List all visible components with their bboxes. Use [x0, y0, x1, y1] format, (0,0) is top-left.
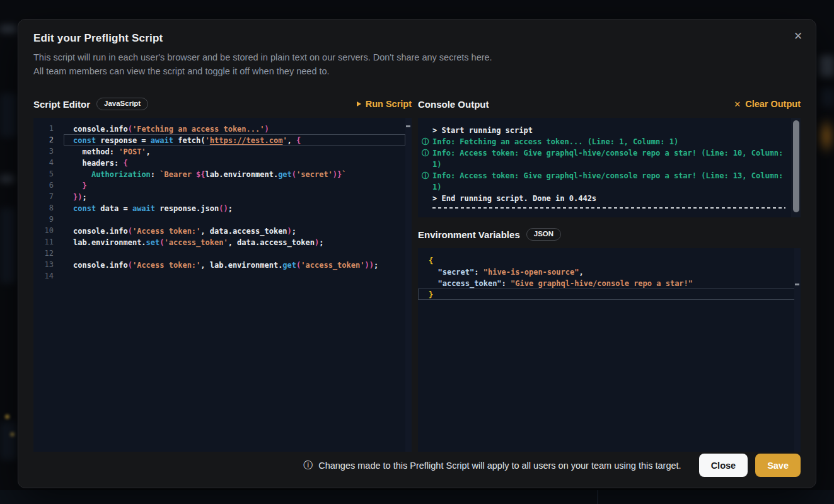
- line-number: 1: [33, 123, 64, 134]
- code-line[interactable]: 4 headers: {: [33, 157, 412, 168]
- code-line-text: console.info('Fetching an access token..…: [64, 123, 405, 134]
- line-number: 10: [33, 225, 64, 236]
- line-number: 3: [33, 146, 64, 157]
- javascript-badge: JavaScript: [96, 98, 148, 111]
- code-line[interactable]: 5 Authorization: `Bearer ${lab.environme…: [33, 168, 412, 180]
- code-line[interactable]: 1console.info('Fetching an access token.…: [33, 123, 412, 134]
- code-line[interactable]: 6 }: [33, 180, 412, 191]
- line-number: 12: [33, 248, 64, 259]
- close-icon[interactable]: ✕: [789, 27, 807, 45]
- backdrop-blur-dot-1: [5, 415, 9, 419]
- code-line[interactable]: 9: [33, 214, 412, 225]
- clear-icon: ✕: [734, 100, 741, 108]
- modal-title: Edit your Preflight Script: [33, 32, 801, 45]
- code-line[interactable]: 3 method: 'POST',: [33, 146, 412, 157]
- preflight-script-modal: Edit your Preflight Script This script w…: [18, 19, 816, 488]
- code-line-text: const response = await fetch('https://te…: [64, 134, 405, 146]
- code-line-text: "secret": "hive-is-open-source",: [418, 266, 796, 277]
- script-editor-scroll-mark: [406, 125, 410, 127]
- clear-output-label: Clear Output: [745, 99, 801, 109]
- run-script-button[interactable]: Run Script: [357, 99, 412, 109]
- backdrop-blur-text-1: [0, 25, 16, 33]
- code-line-text: {: [418, 255, 796, 266]
- code-line[interactable]: }: [418, 289, 801, 300]
- environment-title: Environment Variables: [418, 229, 520, 240]
- code-line-text: [64, 270, 405, 282]
- line-number: 9: [33, 214, 64, 225]
- code-line[interactable]: "access_token": "Give graphql-hive/conso…: [418, 277, 801, 289]
- line-number: 11: [33, 236, 64, 248]
- code-line[interactable]: 7});: [33, 191, 412, 202]
- line-number: 6: [33, 180, 64, 191]
- modal-footer: ⓘ Changes made to this Preflight Script …: [18, 452, 816, 488]
- code-line-text: console.info('Access token:', data.acces…: [64, 225, 405, 236]
- backdrop-blur-text-2: [0, 175, 14, 183]
- console-line: ⓘInfo: Fetching an access token... (Line…: [422, 136, 785, 147]
- code-line[interactable]: 8const data = await response.json();: [33, 202, 412, 214]
- json-badge: JSON: [526, 228, 561, 241]
- console-info-icon: ⓘ: [422, 147, 432, 170]
- code-line[interactable]: "secret": "hive-is-open-source",: [418, 266, 801, 277]
- console-output[interactable]: > Start running scriptⓘInfo: Fetching an…: [418, 118, 801, 217]
- environment-editor[interactable]: { "secret": "hive-is-open-source", "acce…: [418, 248, 801, 452]
- console-scrollbar-track[interactable]: [791, 118, 801, 217]
- code-line[interactable]: {: [418, 255, 801, 266]
- backdrop-blur-panel-1: [0, 93, 16, 137]
- console-line: > Start running script: [422, 125, 785, 136]
- environment-editor-scroll-mark: [795, 284, 799, 285]
- code-line-text: [64, 248, 405, 259]
- console-info-icon: ⓘ: [422, 170, 432, 193]
- line-number: 8: [33, 202, 64, 214]
- console-lines: > Start running scriptⓘInfo: Fetching an…: [422, 125, 785, 204]
- line-number: 7: [33, 191, 64, 202]
- code-line-text: }: [64, 180, 405, 191]
- console-line-text: Info: Access token: Give graphql-hive/co…: [432, 147, 785, 170]
- modal-description-line2: All team members can view the script and…: [33, 64, 801, 78]
- info-icon: ⓘ: [303, 459, 313, 471]
- console-line-text: > End running script. Done in 0.442s: [432, 193, 785, 204]
- console-icon-spacer: [422, 193, 432, 204]
- code-line-text: method: 'POST',: [64, 146, 405, 157]
- console-line-text: > Start running script: [432, 125, 785, 136]
- code-line-text: const data = await response.json();: [64, 202, 405, 214]
- code-line[interactable]: 13console.info('Access token:', lab.envi…: [33, 259, 412, 270]
- line-number: 5: [33, 168, 64, 180]
- clear-output-button[interactable]: ✕ Clear Output: [734, 99, 801, 109]
- console-scrollbar-thumb[interactable]: [793, 120, 799, 212]
- code-line-text: console.info('Access token:', lab.enviro…: [64, 259, 405, 270]
- code-line-text: lab.environment.set('access_token', data…: [64, 236, 405, 248]
- footer-notice: ⓘ Changes made to this Preflight Script …: [303, 459, 681, 471]
- code-line[interactable]: 10console.info('Access token:', data.acc…: [33, 225, 412, 236]
- script-editor-lines: 1console.info('Fetching an access token.…: [33, 123, 412, 282]
- script-editor-scrollbar[interactable]: [405, 118, 412, 452]
- backdrop-blur-panel-2: [0, 208, 15, 284]
- line-number: 2: [33, 134, 64, 146]
- backdrop-blur-text-3: [820, 55, 834, 77]
- right-section: Console Output ✕ Clear Output > Start ru…: [418, 96, 801, 452]
- close-button[interactable]: Close: [699, 454, 748, 477]
- environment-editor-scrollbar[interactable]: [794, 248, 801, 452]
- script-editor-title: Script Editor: [33, 99, 90, 110]
- code-line-text: });: [64, 191, 405, 202]
- code-line[interactable]: 11lab.environment.set('access_token', da…: [33, 236, 412, 248]
- console-icon-spacer: [422, 125, 432, 136]
- modal-description-line1: This script will run in each user's brow…: [33, 50, 801, 64]
- backdrop-blur-dot-2: [10, 432, 14, 437]
- modal-body: Script Editor JavaScript Run Script 1con…: [18, 96, 816, 452]
- code-line[interactable]: 12: [33, 248, 412, 259]
- run-script-label: Run Script: [366, 99, 412, 109]
- script-editor[interactable]: 1console.info('Fetching an access token.…: [33, 118, 412, 452]
- console-separator: [432, 207, 785, 209]
- code-line[interactable]: 2const response = await fetch('https://t…: [33, 134, 412, 146]
- console-line: ⓘInfo: Access token: Give graphql-hive/c…: [422, 170, 785, 193]
- code-line[interactable]: 14: [33, 270, 412, 282]
- line-number: 13: [33, 259, 64, 270]
- console-line: ⓘInfo: Access token: Give graphql-hive/c…: [422, 147, 785, 170]
- backdrop-blur-panel-4: [821, 88, 834, 107]
- modal-header: Edit your Preflight Script This script w…: [18, 20, 816, 78]
- code-line-text: }: [418, 289, 796, 300]
- environment-editor-lines: { "secret": "hive-is-open-source", "acce…: [418, 255, 801, 300]
- code-line-text: Authorization: `Bearer ${lab.environment…: [64, 168, 405, 180]
- save-button[interactable]: Save: [755, 454, 801, 477]
- footer-notice-text: Changes made to this Preflight Script wi…: [318, 461, 681, 471]
